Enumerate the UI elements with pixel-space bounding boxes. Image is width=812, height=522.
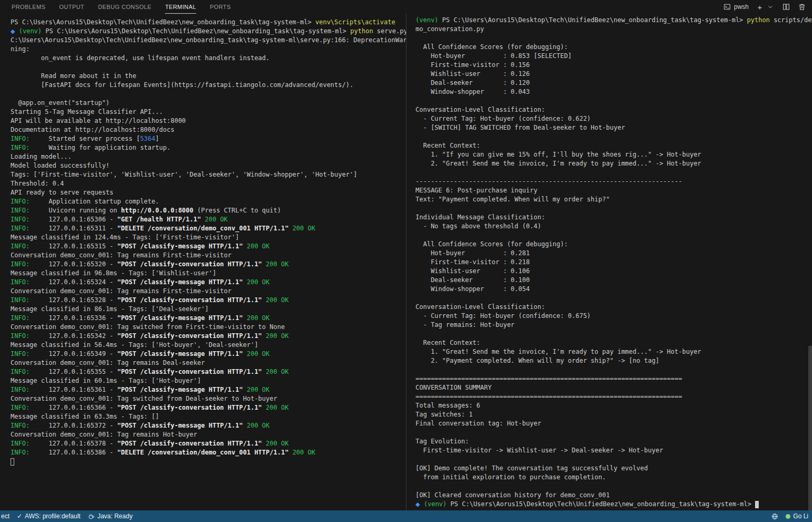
terminal-line: INFO: 127.0.0.1:65306 - "GET /health HTT… bbox=[11, 215, 406, 224]
terminal-pane-demo-script[interactable]: (venv) PS C:\Users\Aorus15\Desktop\Tech\… bbox=[407, 14, 812, 510]
terminal-line bbox=[415, 34, 812, 43]
vscode-terminal-panel: PROBLEMS OUTPUT DEBUG CONSOLE TERMINAL P… bbox=[0, 0, 812, 522]
terminal-line: Tags: ['First-time-visitor', 'Wishlist-u… bbox=[11, 170, 406, 179]
terminal-line: INFO: 127.0.0.1:65320 - "POST /classify-… bbox=[11, 260, 406, 269]
status-item-truncated[interactable]: ect bbox=[0, 510, 13, 522]
terminal-line: Message classified in 56.4ms - Tags: ['H… bbox=[11, 341, 406, 350]
terminal-line bbox=[415, 231, 812, 240]
terminal-line: INFO: 127.0.0.1:65311 - "DELETE /convers… bbox=[11, 224, 406, 233]
terminal-line: [FastAPI docs for Lifespan Events](https… bbox=[11, 81, 406, 90]
terminal-line: ◆ (venv) PS C:\Users\Aorus15\Desktop\Tec… bbox=[415, 500, 812, 509]
terminal-line: Message classified in 60.1ms - Tags: ['H… bbox=[11, 376, 406, 385]
terminal-line bbox=[11, 457, 406, 466]
terminal-line: All Confidence Scores (for debugging): bbox=[415, 43, 812, 52]
terminal-line: Window-shopper : 0.054 bbox=[415, 285, 812, 294]
status-bar-left: ect ✓ AWS: profile:default Java: Ready bbox=[0, 510, 136, 522]
terminal-line: INFO: 127.0.0.1:65328 - "POST /classify-… bbox=[11, 296, 406, 305]
terminal-line: Individual Message Classification: bbox=[415, 213, 812, 222]
new-terminal-button[interactable]: + bbox=[755, 2, 765, 12]
status-item-aws-profile[interactable]: ✓ AWS: profile:default bbox=[13, 510, 84, 522]
terminal-pane-server[interactable]: PS C:\Users\Aorus15\Desktop\Tech\Unified… bbox=[0, 14, 406, 510]
split-terminal-button[interactable] bbox=[781, 2, 791, 12]
scrollbar-thumb[interactable] bbox=[808, 346, 812, 510]
terminal-line: - [SWITCH] TAG SWITCHED from Deal-seeker… bbox=[415, 123, 812, 132]
terminal-line: All Confidence Scores (for debugging): bbox=[415, 240, 812, 249]
terminal-line: ◆ (venv) PS C:\Users\Aorus15\Desktop\Tec… bbox=[11, 27, 406, 36]
tab-problems[interactable]: PROBLEMS bbox=[12, 0, 45, 14]
terminal-line: INFO: 127.0.0.1:65366 - "POST /classify-… bbox=[11, 403, 406, 412]
split-editor-icon bbox=[782, 3, 790, 11]
status-item-browser-preview[interactable] bbox=[770, 510, 782, 522]
terminal-line: - Current Tag: Hot-buyer (confidence: 0.… bbox=[415, 312, 812, 321]
terminal-line: INFO: 127.0.0.1:65324 - "POST /classify-… bbox=[11, 278, 406, 287]
status-item-go-live[interactable]: Go Li bbox=[782, 510, 812, 522]
terminal-line: Conversation demo_conv_001: Tag remains … bbox=[11, 287, 406, 296]
panel-tab-bar: PROBLEMS OUTPUT DEBUG CONSOLE TERMINAL P… bbox=[0, 0, 812, 14]
tab-output[interactable]: OUTPUT bbox=[59, 0, 84, 14]
terminal-icon bbox=[723, 3, 731, 11]
terminal-line bbox=[415, 204, 812, 213]
terminal-line: Hot-buyer : 0.281 bbox=[415, 249, 812, 258]
terminal-line: Deal-seeker : 0.120 bbox=[415, 79, 812, 88]
status-item-java-ready[interactable]: Java: Ready bbox=[84, 510, 137, 522]
terminal-line: Message classified in 96.8ms - Tags: ['W… bbox=[11, 269, 406, 278]
terminal-line: INFO: 127.0.0.1:65342 - "POST /classify-… bbox=[11, 332, 406, 341]
terminal-line: - Current Tag: Hot-buyer (confidence: 0.… bbox=[415, 114, 812, 123]
tab-debug-console[interactable]: DEBUG CONSOLE bbox=[98, 0, 151, 14]
terminal-line: Conversation demo_conv_001: Tag switched… bbox=[11, 323, 406, 332]
terminal-line: API will be available at http://localhos… bbox=[11, 117, 406, 125]
java-ready-label: Java: Ready bbox=[98, 513, 133, 520]
terminal-line: Conversation-Level Classification: bbox=[415, 105, 812, 114]
terminal-line: Starting 5-Tag Message Classifier API... bbox=[11, 108, 406, 117]
terminal-line: INFO: 127.0.0.1:65349 - "POST /classify-… bbox=[11, 350, 406, 359]
terminal-line: Conversation demo_conv_001: Tag remains … bbox=[11, 430, 406, 439]
trash-icon bbox=[798, 3, 806, 11]
terminal-line: ========================================… bbox=[415, 392, 812, 401]
coffee-icon bbox=[88, 513, 95, 520]
terminal-line: Conversation demo_conv_001: Tag remains … bbox=[11, 359, 406, 368]
terminal-line: ning: bbox=[11, 45, 406, 54]
terminal-line: [OK] Cleared conversation history for de… bbox=[415, 491, 812, 500]
status-truncated-label: ect bbox=[1, 513, 9, 520]
terminal-line: Text: "Payment completed. When will my o… bbox=[415, 195, 812, 204]
active-terminal-shell[interactable]: pwsh bbox=[723, 3, 749, 11]
terminal-line: Final conversation tag: Hot-buyer bbox=[415, 419, 812, 428]
terminal-line bbox=[415, 96, 812, 105]
terminal-line: from initial exploration to purchase com… bbox=[415, 473, 812, 482]
terminal-line: ========================================… bbox=[415, 374, 812, 383]
terminal-line: Deal-seeker : 0.100 bbox=[415, 276, 812, 285]
terminal-line: INFO: 127.0.0.1:65315 - "POST /classify-… bbox=[11, 242, 406, 251]
chevron-down-icon bbox=[768, 4, 773, 9]
terminal-line: Tag Evolution: bbox=[415, 437, 812, 446]
terminal-line: INFO: Waiting for application startup. bbox=[11, 143, 406, 152]
shell-label: pwsh bbox=[734, 3, 749, 11]
terminal-line: ----------------------------------------… bbox=[415, 177, 812, 186]
check-icon: ✓ bbox=[17, 513, 22, 520]
terminal-line: Tag switches: 1 bbox=[415, 410, 812, 419]
tab-ports[interactable]: PORTS bbox=[210, 0, 231, 14]
terminal-line: Recent Context: bbox=[415, 339, 812, 347]
terminal-line: INFO: 127.0.0.1:65355 - "POST /classify-… bbox=[11, 368, 406, 376]
aws-profile-label: AWS: profile:default bbox=[25, 513, 81, 520]
terminal-line: First-time-visitor : 0.218 bbox=[415, 258, 812, 267]
terminal-line: Conversation-Level Classification: bbox=[415, 303, 812, 312]
kill-terminal-button[interactable] bbox=[797, 2, 807, 12]
terminal-line: Model loaded successfully! bbox=[11, 161, 406, 170]
terminal-line: INFO: 127.0.0.1:65336 - "POST /classify-… bbox=[11, 314, 406, 323]
terminal-dropdown-button[interactable] bbox=[766, 2, 775, 12]
terminal-line bbox=[415, 330, 812, 339]
terminal-line: (venv) PS C:\Users\Aorus15\Desktop\Tech\… bbox=[415, 16, 812, 25]
terminal-line: Wishlist-user : 0.106 bbox=[415, 267, 812, 276]
terminal-line: INFO: Uvicorn running on http://0.0.0.0:… bbox=[11, 206, 406, 215]
terminal-line: Documentation at http://localhost:8000/d… bbox=[11, 125, 406, 134]
tab-terminal[interactable]: TERMINAL bbox=[165, 0, 196, 14]
terminal-line: Recent Context: bbox=[415, 141, 812, 150]
terminal-line bbox=[415, 455, 812, 464]
go-live-label: Go Li bbox=[793, 513, 808, 520]
terminal-line: - No tags above threshold (0.4) bbox=[415, 222, 812, 231]
terminal-line: INFO: 127.0.0.1:65378 - "POST /classify-… bbox=[11, 439, 406, 448]
terminal-line: INFO: 127.0.0.1:65372 - "POST /classify-… bbox=[11, 421, 406, 430]
terminal-line: Loading model... bbox=[11, 152, 406, 161]
terminal-line: Conversation demo_conv_001: Tag switched… bbox=[11, 394, 406, 403]
terminal-line: Wishlist-user : 0.126 bbox=[415, 70, 812, 79]
